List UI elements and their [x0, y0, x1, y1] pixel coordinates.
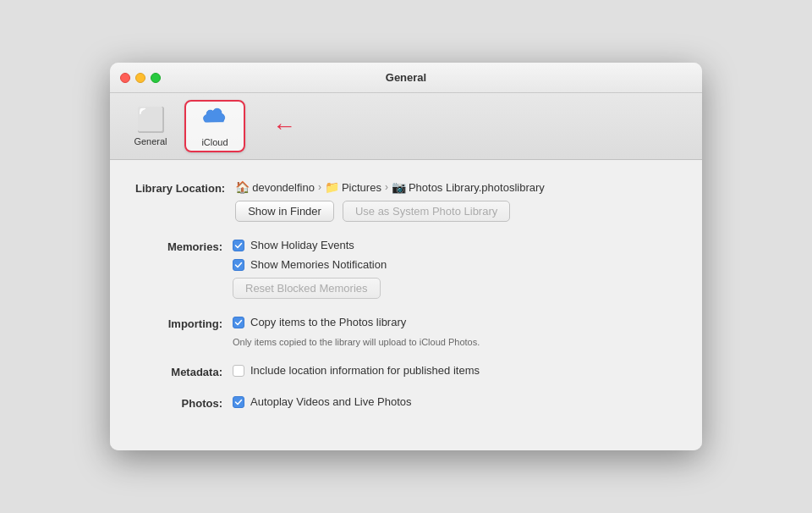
maximize-button[interactable]	[151, 73, 161, 83]
breadcrumb-library-label: Photos Library.photoslibrary	[409, 181, 545, 194]
include-location-label: Include location information for publish…	[250, 364, 480, 377]
breadcrumb-sep-1: ›	[318, 181, 321, 193]
copy-items-label: Copy items to the Photos library	[250, 316, 406, 328]
breadcrumb-home: 🏠 devondelfino	[235, 180, 315, 194]
metadata-row: Metadata: Include location information f…	[135, 364, 677, 378]
show-holiday-row: Show Holiday Events	[233, 239, 677, 251]
include-location-checkbox[interactable]	[233, 365, 244, 377]
main-window: General ⬜ General iCloud ← Library Locat…	[110, 63, 702, 450]
include-location-row: Include location information for publish…	[233, 364, 677, 377]
reset-blocked-memories-button: Reset Blocked Memories	[233, 278, 381, 299]
settings-content: Library Location: 🏠 devondelfino › 📁 Pic…	[110, 160, 702, 450]
importing-content: Copy items to the Photos library Only it…	[233, 316, 677, 347]
show-notification-checkbox[interactable]	[233, 259, 244, 271]
folder-icon: 📁	[325, 180, 339, 194]
toolbar: ⬜ General iCloud ←	[110, 93, 702, 160]
close-button[interactable]	[120, 73, 130, 83]
memories-label: Memories:	[135, 239, 233, 253]
breadcrumb-username: devondelfino	[252, 181, 315, 194]
photos-label: Photos:	[135, 395, 233, 410]
window-title: General	[386, 71, 426, 84]
autoplay-checkbox[interactable]	[233, 396, 244, 408]
tab-icloud-label: iCloud	[201, 137, 228, 147]
use-as-system-button: Use as System Photo Library	[343, 201, 510, 222]
memories-content: Show Holiday Events Show Memories Notifi…	[233, 239, 677, 299]
photos-icon: 📷	[392, 180, 406, 194]
breadcrumb-library: 📷 Photos Library.photoslibrary	[392, 180, 545, 194]
library-location-row: Library Location: 🏠 devondelfino › 📁 Pic…	[135, 180, 677, 222]
arrow-indicator: ←	[272, 113, 296, 140]
library-location-label: Library Location:	[135, 180, 235, 195]
photos-row: Photos: Autoplay Videos and Live Photos	[135, 395, 677, 410]
tab-general[interactable]: ⬜ General	[120, 100, 181, 152]
autoplay-label: Autoplay Videos and Live Photos	[250, 395, 412, 408]
copy-items-row: Copy items to the Photos library	[233, 316, 677, 328]
metadata-content: Include location information for publish…	[233, 364, 677, 377]
copy-items-checkbox[interactable]	[233, 317, 244, 328]
show-notification-label: Show Memories Notification	[250, 258, 387, 271]
importing-note: Only items copied to the library will up…	[233, 337, 677, 347]
show-holiday-label: Show Holiday Events	[250, 239, 354, 251]
home-icon: 🏠	[235, 180, 250, 194]
icloud-icon	[200, 105, 230, 135]
general-icon: ⬜	[136, 106, 166, 134]
library-buttons: Show in Finder Use as System Photo Libra…	[235, 201, 677, 222]
show-notification-row: Show Memories Notification	[233, 258, 677, 271]
autoplay-row: Autoplay Videos and Live Photos	[233, 395, 677, 408]
tab-general-label: General	[134, 136, 167, 146]
metadata-label: Metadata:	[135, 364, 233, 378]
breadcrumb-sep-2: ›	[385, 181, 388, 193]
minimize-button[interactable]	[135, 73, 145, 83]
tab-icloud[interactable]: iCloud	[184, 100, 245, 152]
importing-label: Importing:	[135, 316, 233, 330]
memories-row: Memories: Show Holiday Events Show Memor…	[135, 239, 677, 299]
breadcrumb-pictures-label: Pictures	[342, 181, 381, 194]
library-location-content: 🏠 devondelfino › 📁 Pictures › 📷 Photos L…	[235, 180, 677, 222]
photos-content: Autoplay Videos and Live Photos	[233, 395, 677, 408]
titlebar: General	[110, 63, 702, 93]
importing-row: Importing: Copy items to the Photos libr…	[135, 316, 677, 347]
show-holiday-checkbox[interactable]	[233, 240, 244, 251]
show-in-finder-button[interactable]: Show in Finder	[235, 201, 334, 222]
breadcrumb-pictures: 📁 Pictures	[325, 180, 381, 194]
breadcrumb: 🏠 devondelfino › 📁 Pictures › 📷 Photos L…	[235, 180, 677, 194]
traffic-lights	[120, 73, 161, 83]
